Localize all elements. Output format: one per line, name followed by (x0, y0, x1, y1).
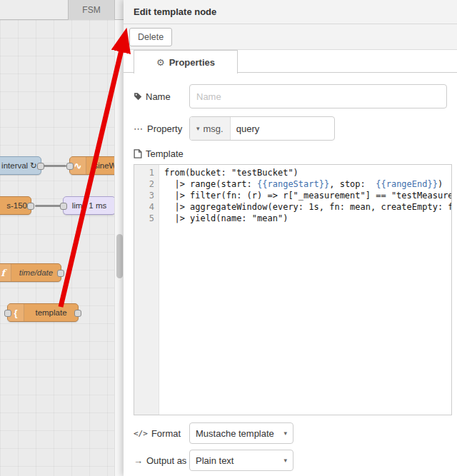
tray-title: Edit template node (134, 6, 216, 17)
function-icon: f (0, 264, 11, 281)
scrollbar-thumb[interactable] (116, 234, 123, 278)
output-row: → Output as Plain text ▾ (134, 450, 447, 471)
node-template[interactable]: { template (7, 303, 79, 322)
input-port[interactable] (60, 203, 67, 210)
caret-down-icon: ▾ (283, 430, 287, 437)
edit-tray: Edit template node Delete ⚙ Properties N… (124, 0, 457, 476)
workspace-scrollbar[interactable] (114, 20, 124, 476)
arrow-right-icon: → (134, 455, 143, 466)
template-label: Template (134, 148, 447, 159)
format-row: </> Format Mustache template ▾ (134, 422, 447, 444)
format-select-value: Mustache template (196, 428, 274, 439)
tray-header: Edit template node (124, 0, 457, 24)
output-select[interactable]: Plain text ▾ (189, 450, 293, 471)
property-label: ⋯ Property (134, 123, 189, 134)
workspace-tab-fsm[interactable]: FSM (68, 0, 115, 20)
editor-gutter: 12345 (134, 165, 159, 415)
node-limit[interactable]: limit 1 ms (63, 196, 116, 215)
tag-icon (134, 92, 142, 101)
format-label: </> Format (134, 428, 189, 439)
caret-down-icon: ▾ (283, 457, 287, 464)
ellipsis-icon: ⋯ (134, 123, 144, 134)
input-port[interactable] (66, 163, 74, 170)
delete-button[interactable]: Delete (129, 28, 172, 46)
node-interval[interactable]: interval ↻ (0, 156, 41, 175)
workspace-tab-label: FSM (82, 5, 100, 15)
output-select-value: Plain text (196, 455, 233, 466)
node-timedate[interactable]: f time/date (0, 263, 61, 282)
editor-code[interactable]: from(bucket: "testBucket") |> range(star… (159, 165, 451, 415)
node-s150[interactable]: s-150 (0, 196, 31, 215)
output-port[interactable] (27, 203, 34, 210)
node-edit-form: Name ⋯ Property ▾ msg. (124, 73, 457, 471)
node-label: template (24, 308, 78, 317)
output-port[interactable] (74, 310, 81, 317)
output-label: → Output as (134, 455, 189, 466)
tab-properties[interactable]: ⚙ Properties (134, 50, 238, 74)
name-input[interactable] (189, 84, 447, 108)
node-red-app: FSM interval ↻ ∿ sineW s-150 limit 1 ms … (0, 0, 457, 476)
code-icon: </> (134, 429, 148, 438)
caret-down-icon: ▾ (196, 125, 200, 132)
property-value-input[interactable] (231, 123, 334, 134)
wire (41, 165, 66, 167)
gear-icon: ⚙ (156, 57, 165, 68)
flow-workspace[interactable]: FSM interval ↻ ∿ sineW s-150 limit 1 ms … (0, 0, 124, 476)
property-typed-input: ▾ msg. (189, 116, 335, 141)
property-type-label: msg. (204, 123, 224, 134)
format-select[interactable]: Mustache template ▾ (189, 422, 293, 444)
template-code-editor[interactable]: 12345 from(bucket: "testBucket") |> rang… (134, 164, 452, 415)
output-port[interactable] (57, 270, 64, 277)
property-row: ⋯ Property ▾ msg. (134, 116, 447, 141)
tab-properties-label: Properties (169, 57, 215, 68)
tray-tab-row: ⚙ Properties (124, 50, 457, 73)
name-label: Name (134, 91, 189, 102)
wire (35, 205, 61, 207)
node-label: limit 1 ms (64, 201, 115, 210)
property-type-button[interactable]: ▾ msg. (190, 117, 231, 140)
node-label: time/date (11, 268, 61, 277)
name-row: Name (134, 84, 447, 108)
node-label: s-150 (0, 201, 31, 210)
file-icon (134, 149, 142, 158)
output-port[interactable] (37, 163, 44, 170)
tray-toolbar: Delete (124, 24, 457, 50)
input-port[interactable] (4, 310, 11, 317)
workspace-tabbar: FSM (0, 0, 124, 20)
node-label: interval ↻ (0, 161, 41, 171)
